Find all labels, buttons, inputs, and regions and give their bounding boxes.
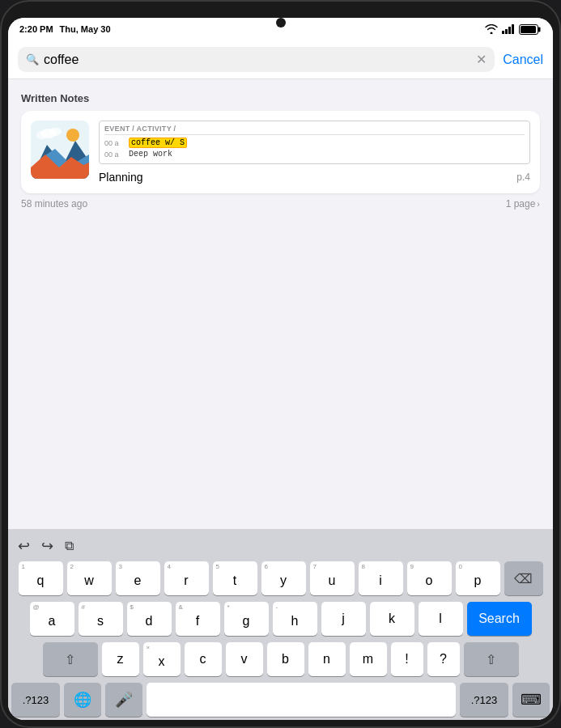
status-time: 2:20 PM xyxy=(19,24,53,34)
status-right xyxy=(485,24,542,35)
key-n[interactable]: n xyxy=(308,642,346,676)
key-exclamation[interactable]: ! xyxy=(391,642,423,676)
redo-button[interactable]: ↪ xyxy=(41,537,53,555)
key-o[interactable]: 9o xyxy=(407,561,452,595)
key-g[interactable]: *g xyxy=(224,602,269,636)
note-thumbnail xyxy=(31,121,89,179)
key-v[interactable]: v xyxy=(226,642,263,676)
keyboard-toolbar: ↩ ↪ ⧉ xyxy=(11,534,550,561)
note-card[interactable]: EVENT / ACTIVITY / 00 a coffee w/ S 00 a… xyxy=(21,111,540,193)
key-w[interactable]: 2w xyxy=(67,561,112,595)
main-content: Written Notes xyxy=(8,79,553,529)
status-date: Thu, May 30 xyxy=(60,24,111,34)
shift-right-key[interactable]: ⇧ xyxy=(464,642,519,676)
svg-rect-5 xyxy=(538,27,541,32)
keyboard-rows: 1q 2w 3e 4r 5t 6y 7u 8i 9o 0p ⌫ @a xyxy=(11,561,550,717)
preview-row-2: 00 a Deep work xyxy=(104,150,525,159)
preview-row-1: 00 a coffee w/ S xyxy=(104,138,525,148)
key-x[interactable]: ×x xyxy=(143,642,181,676)
backspace-key[interactable]: ⌫ xyxy=(504,561,543,595)
mic-key[interactable]: 🎤 xyxy=(105,683,142,717)
search-icon: 🔍 xyxy=(26,53,39,66)
key-j[interactable]: j xyxy=(321,602,366,636)
search-key[interactable]: Search xyxy=(467,602,532,636)
planning-thumbnail-svg xyxy=(31,121,89,179)
numbers-key-left[interactable]: .?123 xyxy=(11,683,60,717)
key-row-3: ⇧ z ×x c v b n m ! ? ⇧ xyxy=(11,642,550,676)
svg-rect-0 xyxy=(502,31,504,34)
key-m[interactable]: m xyxy=(350,642,387,676)
key-question[interactable]: ? xyxy=(427,642,460,676)
signal-icon xyxy=(502,24,515,34)
backspace-icon: ⌫ xyxy=(514,571,533,586)
battery-icon xyxy=(519,24,542,35)
svg-rect-2 xyxy=(508,27,511,34)
ipad-frame: 2:20 PM Thu, May 30 xyxy=(0,0,561,728)
keyboard-icon: ⌨ xyxy=(521,691,542,709)
key-u[interactable]: 7u xyxy=(310,561,355,595)
search-input-wrapper[interactable]: 🔍 coffee ✕ xyxy=(18,47,495,72)
shift-right-icon: ⇧ xyxy=(486,652,496,667)
numbers-label-left: .?123 xyxy=(23,694,49,706)
svg-point-13 xyxy=(49,128,62,136)
note-title-row: Planning p.4 xyxy=(99,171,530,184)
note-page: p.4 xyxy=(516,171,530,183)
note-footer: 58 minutes ago 1 page › xyxy=(8,193,553,210)
key-i[interactable]: 8i xyxy=(359,561,403,595)
clear-button[interactable]: ✕ xyxy=(476,52,487,67)
search-bar-area: 🔍 coffee ✕ Cancel xyxy=(8,40,553,79)
preview-header: EVENT / ACTIVITY / xyxy=(104,125,525,135)
preview-normal-text: Deep work xyxy=(129,150,172,159)
globe-icon: 🌐 xyxy=(74,691,91,709)
preview-time-2: 00 a xyxy=(104,150,125,159)
key-a[interactable]: @a xyxy=(30,602,74,636)
numbers-key-right[interactable]: .?123 xyxy=(460,683,508,717)
cancel-button[interactable]: Cancel xyxy=(503,53,543,67)
undo-button[interactable]: ↩ xyxy=(18,537,30,555)
key-p[interactable]: 0p xyxy=(456,561,500,595)
key-f[interactable]: &f xyxy=(176,602,220,636)
globe-key[interactable]: 🌐 xyxy=(64,683,101,717)
key-row-2: @a #s $d &f *g -h j k l Search xyxy=(11,602,550,636)
preview-highlighted-text: coffee w/ S xyxy=(129,138,187,148)
svg-rect-6 xyxy=(521,26,536,33)
key-row-1: 1q 2w 3e 4r 5t 6y 7u 8i 9o 0p ⌫ xyxy=(11,561,550,595)
section-title: Written Notes xyxy=(8,92,553,111)
note-time-ago: 58 minutes ago xyxy=(21,198,87,210)
shift-left-icon: ⇧ xyxy=(65,652,75,667)
key-q[interactable]: 1q xyxy=(19,561,63,595)
svg-point-14 xyxy=(36,131,48,139)
key-e[interactable]: 3e xyxy=(116,561,160,595)
pages-count: 1 page xyxy=(506,198,536,210)
key-k[interactable]: k xyxy=(370,602,414,636)
search-input[interactable]: coffee xyxy=(44,53,471,67)
note-pages-link[interactable]: 1 page › xyxy=(506,198,540,210)
key-h[interactable]: -h xyxy=(273,602,317,636)
svg-rect-3 xyxy=(512,24,514,34)
keyboard-dismiss-key[interactable]: ⌨ xyxy=(512,683,550,717)
key-r[interactable]: 4r xyxy=(164,561,209,595)
key-y[interactable]: 6y xyxy=(261,561,306,595)
key-c[interactable]: c xyxy=(185,642,222,676)
key-t[interactable]: 5t xyxy=(213,561,257,595)
clipboard-button[interactable]: ⧉ xyxy=(65,539,74,553)
svg-rect-1 xyxy=(505,29,508,34)
camera-notch xyxy=(276,18,286,28)
key-b[interactable]: b xyxy=(267,642,304,676)
key-row-4: .?123 🌐 🎤 .?123 ⌨ xyxy=(11,683,550,717)
preview-time-1: 00 a xyxy=(104,139,125,147)
key-z[interactable]: z xyxy=(102,642,139,676)
note-title: Planning xyxy=(99,171,143,184)
key-l[interactable]: l xyxy=(419,602,463,636)
mic-icon: 🎤 xyxy=(115,691,133,709)
key-s[interactable]: #s xyxy=(79,602,123,636)
search-key-label: Search xyxy=(478,612,520,626)
shift-left-key[interactable]: ⇧ xyxy=(43,642,98,676)
keyboard-area: ↩ ↪ ⧉ 1q 2w 3e 4r 5t 6y 7u 8i 9o 0p xyxy=(8,529,553,720)
note-info: EVENT / ACTIVITY / 00 a coffee w/ S 00 a… xyxy=(99,121,530,184)
chevron-right-icon: › xyxy=(537,199,540,209)
key-d[interactable]: $d xyxy=(127,602,172,636)
space-key[interactable] xyxy=(147,683,456,717)
svg-point-11 xyxy=(66,129,79,142)
wifi-icon xyxy=(485,24,498,34)
